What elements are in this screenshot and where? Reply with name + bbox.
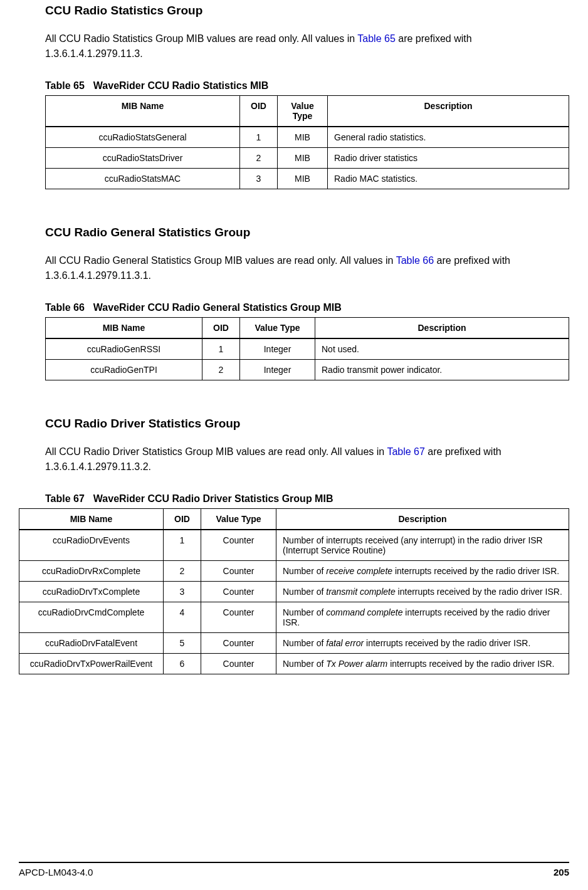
- cell-oid: 5: [164, 633, 201, 654]
- heading-ccu-radio-statistics: CCU Radio Statistics Group: [45, 0, 569, 18]
- table-row: ccuRadioStatsMAC 3 MIB Radio MAC statist…: [46, 169, 569, 189]
- cell-name: ccuRadioDrvCmdComplete: [19, 602, 164, 633]
- body-text: All CCU Radio Driver Statistics Group MI…: [45, 444, 569, 474]
- cell-oid: 3: [164, 582, 201, 602]
- table-number: Table 65: [45, 80, 85, 91]
- table-row: ccuRadioDrvEvents 1 Counter Number of in…: [19, 530, 569, 561]
- cell-name: ccuRadioStatsMAC: [46, 169, 240, 189]
- table-caption: Table 66WaveRider CCU Radio General Stat…: [45, 302, 569, 313]
- body-text: All CCU Radio Statistics Group MIB value…: [45, 31, 569, 61]
- cell-vtype: Integer: [240, 360, 315, 380]
- col-mib-name: MIB Name: [46, 96, 240, 127]
- cell-vtype: MIB: [278, 169, 328, 189]
- table-header-row: MIB Name OID Value Type Description: [46, 318, 569, 339]
- cell-name: ccuRadioDrvTxPowerRailEvent: [19, 654, 164, 674]
- cell-vtype: Counter: [201, 561, 276, 582]
- cell-vtype: Integer: [240, 338, 315, 360]
- table-66: MIB Name OID Value Type Description ccuR…: [45, 317, 569, 380]
- table-row: ccuRadioDrvRxComplete 2 Counter Number o…: [19, 561, 569, 582]
- table-title: WaveRider CCU Radio General Statistics G…: [93, 302, 342, 313]
- cell-desc: Number of receive complete interrupts re…: [276, 561, 569, 582]
- table-caption: Table 65WaveRider CCU Radio Statistics M…: [45, 80, 569, 92]
- table-row: ccuRadioGenTPI 2 Integer Radio transmit …: [46, 360, 569, 380]
- table-number: Table 66: [45, 302, 85, 313]
- table-row: ccuRadioDrvCmdComplete 4 Counter Number …: [19, 602, 569, 633]
- cell-oid: 2: [202, 360, 240, 380]
- cell-vtype: Counter: [201, 602, 276, 633]
- table-header-row: MIB Name OID Value Type Description: [19, 509, 569, 530]
- text: All CCU Radio Driver Statistics Group MI…: [45, 446, 387, 457]
- table-link[interactable]: Table 67: [387, 446, 425, 457]
- cell-vtype: Counter: [201, 633, 276, 654]
- table-header-row: MIB Name OID Value Type Description: [46, 96, 569, 127]
- table-link[interactable]: Table 66: [396, 255, 434, 266]
- table-65: MIB Name OID Value Type Description ccuR…: [45, 95, 569, 189]
- footer-doc-id: APCD-LM043-4.0: [19, 867, 93, 877]
- cell-oid: 1: [202, 338, 240, 360]
- table-number: Table 67: [45, 493, 85, 504]
- table-title: WaveRider CCU Radio Driver Statistics Gr…: [93, 493, 333, 504]
- cell-name: ccuRadioDrvRxComplete: [19, 561, 164, 582]
- table-row: ccuRadioDrvFatalEvent 5 Counter Number o…: [19, 633, 569, 654]
- col-description: Description: [328, 96, 569, 127]
- table-row: ccuRadioDrvTxComplete 3 Counter Number o…: [19, 582, 569, 602]
- col-oid: OID: [202, 318, 240, 339]
- cell-oid: 1: [240, 127, 278, 148]
- table-67: MIB Name OID Value Type Description ccuR…: [19, 508, 569, 674]
- cell-name: ccuRadioStatsGeneral: [46, 127, 240, 148]
- col-value-type: Value Type: [201, 509, 276, 530]
- col-oid: OID: [240, 96, 278, 127]
- col-description: Description: [315, 318, 569, 339]
- heading-ccu-radio-general-statistics: CCU Radio General Statistics Group: [45, 222, 569, 239]
- page-footer: APCD-LM043-4.0 205: [19, 862, 569, 877]
- table-row: ccuRadioStatsDriver 2 MIB Radio driver s…: [46, 148, 569, 169]
- cell-desc: Number of transmit complete interrupts r…: [276, 582, 569, 602]
- cell-name: ccuRadioGenTPI: [46, 360, 202, 380]
- cell-vtype: Counter: [201, 654, 276, 674]
- cell-name: ccuRadioGenRSSI: [46, 338, 202, 360]
- cell-desc: Number of interrupts received (any inter…: [276, 530, 569, 561]
- footer-page-number: 205: [554, 867, 569, 877]
- cell-oid: 4: [164, 602, 201, 633]
- cell-desc: Radio transmit power indicator.: [315, 360, 569, 380]
- cell-desc: Number of command complete interrupts re…: [276, 602, 569, 633]
- cell-desc: Radio MAC statistics.: [328, 169, 569, 189]
- text: All CCU Radio General Statistics Group M…: [45, 255, 396, 266]
- col-oid: OID: [164, 509, 201, 530]
- cell-vtype: MIB: [278, 127, 328, 148]
- cell-oid: 1: [164, 530, 201, 561]
- cell-oid: 2: [164, 561, 201, 582]
- cell-desc: Number of fatal error interrupts receive…: [276, 633, 569, 654]
- cell-name: ccuRadioDrvFatalEvent: [19, 633, 164, 654]
- cell-vtype: MIB: [278, 148, 328, 169]
- cell-vtype: Counter: [201, 530, 276, 561]
- cell-vtype: Counter: [201, 582, 276, 602]
- cell-desc: General radio statistics.: [328, 127, 569, 148]
- cell-desc: Radio driver statistics: [328, 148, 569, 169]
- cell-name: ccuRadioDrvTxComplete: [19, 582, 164, 602]
- col-description: Description: [276, 509, 569, 530]
- heading-ccu-radio-driver-statistics: CCU Radio Driver Statistics Group: [45, 413, 569, 431]
- cell-desc: Number of Tx Power alarm interrupts rece…: [276, 654, 569, 674]
- col-value-type: Value Type: [240, 318, 315, 339]
- cell-desc: Not used.: [315, 338, 569, 360]
- col-mib-name: MIB Name: [46, 318, 202, 339]
- table-row: ccuRadioStatsGeneral 1 MIB General radio…: [46, 127, 569, 148]
- table-row: ccuRadioDrvTxPowerRailEvent 6 Counter Nu…: [19, 654, 569, 674]
- table-row: ccuRadioGenRSSI 1 Integer Not used.: [46, 338, 569, 360]
- cell-oid: 2: [240, 148, 278, 169]
- cell-name: ccuRadioDrvEvents: [19, 530, 164, 561]
- cell-oid: 6: [164, 654, 201, 674]
- table-title: WaveRider CCU Radio Statistics MIB: [93, 80, 268, 91]
- cell-name: ccuRadioStatsDriver: [46, 148, 240, 169]
- cell-oid: 3: [240, 169, 278, 189]
- body-text: All CCU Radio General Statistics Group M…: [45, 253, 569, 283]
- col-mib-name: MIB Name: [19, 509, 164, 530]
- table-caption: Table 67WaveRider CCU Radio Driver Stati…: [45, 493, 569, 505]
- text: All CCU Radio Statistics Group MIB value…: [45, 33, 357, 44]
- col-value-type: Value Type: [278, 96, 328, 127]
- table-link[interactable]: Table 65: [357, 33, 396, 44]
